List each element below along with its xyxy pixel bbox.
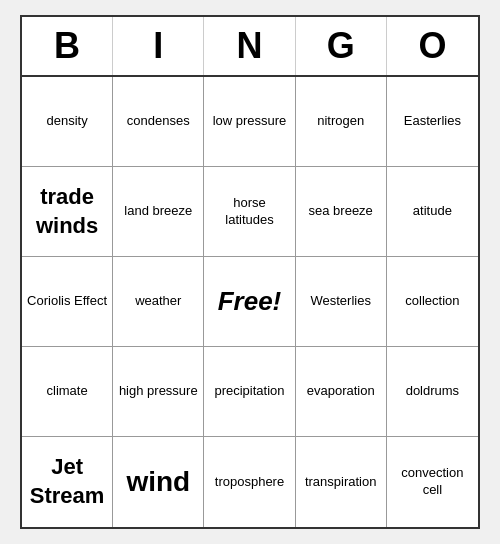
header-letter-i: I <box>113 17 204 75</box>
bingo-cell-1: condenses <box>113 77 204 167</box>
bingo-header: BINGO <box>22 17 478 77</box>
bingo-cell-24: convection cell <box>387 437 478 527</box>
header-letter-g: G <box>296 17 387 75</box>
bingo-cell-8: sea breeze <box>296 167 387 257</box>
bingo-cell-21: wind <box>113 437 204 527</box>
bingo-cell-15: climate <box>22 347 113 437</box>
bingo-cell-11: weather <box>113 257 204 347</box>
bingo-cell-17: precipitation <box>204 347 295 437</box>
bingo-cell-13: Westerlies <box>296 257 387 347</box>
bingo-cell-22: troposphere <box>204 437 295 527</box>
bingo-cell-23: transpiration <box>296 437 387 527</box>
bingo-cell-3: nitrogen <box>296 77 387 167</box>
bingo-cell-12: Free! <box>204 257 295 347</box>
bingo-cell-18: evaporation <box>296 347 387 437</box>
bingo-cell-2: low pressure <box>204 77 295 167</box>
bingo-cell-4: Easterlies <box>387 77 478 167</box>
header-letter-b: B <box>22 17 113 75</box>
bingo-cell-7: horse latitudes <box>204 167 295 257</box>
bingo-cell-20: Jet Stream <box>22 437 113 527</box>
header-letter-n: N <box>204 17 295 75</box>
bingo-cell-9: atitude <box>387 167 478 257</box>
bingo-cell-16: high pressure <box>113 347 204 437</box>
bingo-card: BINGO densitycondenseslow pressurenitrog… <box>20 15 480 529</box>
bingo-cell-10: Coriolis Effect <box>22 257 113 347</box>
bingo-cell-0: density <box>22 77 113 167</box>
bingo-cell-19: doldrums <box>387 347 478 437</box>
bingo-cell-5: trade winds <box>22 167 113 257</box>
bingo-cell-6: land breeze <box>113 167 204 257</box>
bingo-cell-14: collection <box>387 257 478 347</box>
header-letter-o: O <box>387 17 478 75</box>
bingo-grid: densitycondenseslow pressurenitrogenEast… <box>22 77 478 527</box>
